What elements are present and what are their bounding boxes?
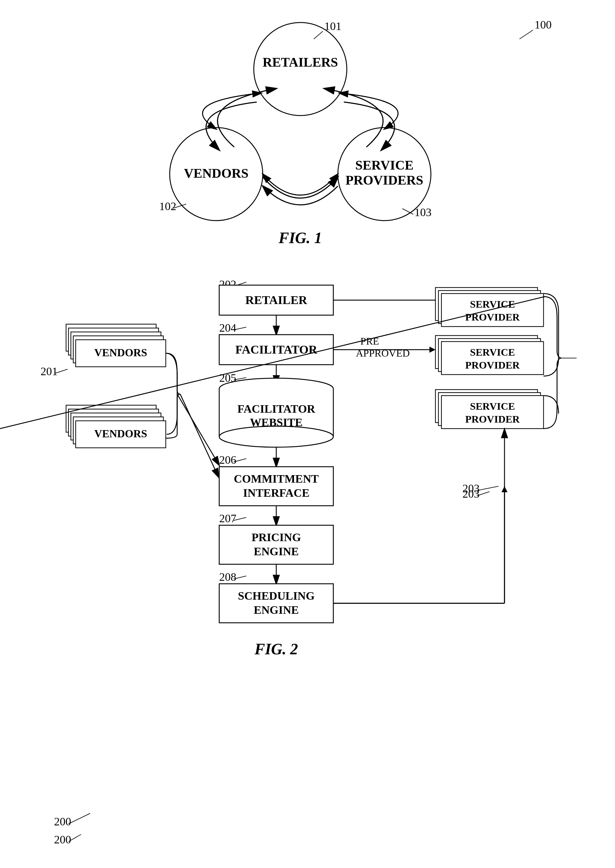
ref-204: 204 [219, 321, 236, 334]
commitment-interface-line1: COMMITMENT [234, 472, 319, 485]
vendors-brace [166, 353, 177, 438]
pre-approved-line2: APPROVED [356, 348, 410, 358]
service-providers-label-line1: SERVICE [355, 158, 414, 173]
svg-line-0 [520, 30, 533, 39]
sp1-line2: PROVIDER [465, 312, 520, 323]
sp-bot-brace-partial [543, 396, 559, 414]
facilitator-website-bottom [219, 426, 333, 447]
scheduling-engine-line1: SCHEDULING [238, 589, 315, 602]
ref-203-line [478, 486, 498, 491]
facilitator-website-line1: FACILITATOR [237, 402, 315, 415]
arc-sp-to-retailers [339, 93, 398, 129]
sp-top-brace [543, 293, 559, 376]
sp2-line1: SERVICE [470, 347, 515, 358]
ref-201: 201 [41, 365, 58, 377]
vendors-top-label: VENDORS [94, 347, 147, 358]
sp2-line2: PROVIDER [465, 360, 520, 371]
commitment-interface-line2: INTERFACE [243, 486, 310, 499]
facilitator-website-line2: WEBSITE [250, 416, 303, 429]
arc-vendors-to-retailers [202, 93, 261, 129]
retailer-label: RETAILER [245, 293, 308, 307]
ref-101: 101 [324, 20, 342, 33]
retailers-label: RETAILERS [262, 55, 338, 70]
arc-retailers-to-vendors [202, 93, 261, 129]
pricing-engine-line1: PRICING [252, 531, 301, 544]
ref-200: 200 [54, 833, 71, 846]
ref-207: 207 [219, 512, 236, 525]
arc-sp-to-vendors [263, 174, 338, 195]
pricing-engine-line2: ENGINE [254, 545, 299, 558]
scheduling-engine-line2: ENGINE [254, 603, 299, 616]
brace-to-ci-arrow [180, 394, 219, 477]
ref-203-text: 203 [462, 482, 479, 495]
service-providers-label-line2: PROVIDERS [345, 173, 423, 188]
vendors-label: VENDORS [184, 166, 248, 181]
vendors-curly-brace [167, 353, 180, 434]
ref-100: 100 [534, 18, 552, 31]
fig2-label: FIG. 2 [254, 640, 298, 658]
sp1-line1: SERVICE [470, 299, 515, 310]
sp3-line1: SERVICE [470, 400, 515, 412]
ref-208: 208 [219, 570, 236, 583]
ref-103: 103 [414, 206, 431, 218]
sp3-line2: PROVIDER [465, 414, 520, 425]
arc-retailers-to-sp [339, 93, 398, 129]
ref-200-line [69, 813, 90, 824]
fig1-label: FIG. 1 [278, 229, 322, 246]
ref-206: 206 [219, 453, 236, 466]
vendors-to-commitment-arrow [177, 394, 219, 465]
ref-102: 102 [159, 200, 176, 212]
pre-approved-arrowhead [429, 347, 435, 353]
vendors-bottom-label: VENDORS [94, 428, 147, 440]
ref-200-label: 200 [54, 815, 71, 828]
